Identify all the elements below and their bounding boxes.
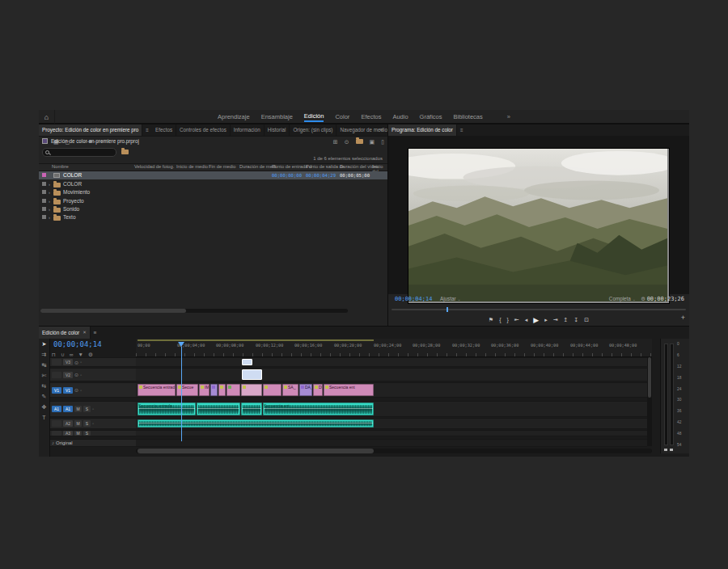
- track-target-a2[interactable]: A2: [63, 420, 73, 427]
- tab-historial[interactable]: Historial: [265, 124, 290, 136]
- tab-efectos[interactable]: Efectos: [152, 124, 176, 136]
- timeline-clip[interactable]: Secuencia entrada: [138, 384, 176, 396]
- track-target-a3[interactable]: A3: [63, 431, 73, 436]
- project-horizontal-scrollbar[interactable]: [40, 309, 348, 313]
- program-timecode[interactable]: 00;00;04;14: [395, 296, 432, 302]
- hand-tool[interactable]: ✥: [42, 404, 47, 411]
- timeline-clip[interactable]: DA_01: [299, 384, 312, 396]
- sequence-tab[interactable]: Edición de color ✕: [39, 327, 91, 339]
- track-lock-icon[interactable]: ◦: [80, 373, 82, 377]
- time-ruler[interactable]: 00;00 00;00;04;00 00;00;08;00 00;00;12;0…: [136, 339, 652, 357]
- column-nombre[interactable]: Nombre: [52, 164, 69, 169]
- row-name[interactable]: COLOR: [63, 171, 82, 179]
- selection-tool[interactable]: ➤: [42, 341, 47, 348]
- twirl-chevron-icon[interactable]: ›: [49, 188, 50, 196]
- source-patch-v2[interactable]: [52, 372, 61, 378]
- solo-button[interactable]: S: [83, 420, 91, 427]
- track-lane-a1[interactable]: Secuencia entrada Secuencia ent: [136, 401, 647, 417]
- master-track-lane[interactable]: [136, 439, 647, 447]
- column-fin-medio[interactable]: Fin de medio: [209, 164, 236, 169]
- scrubber-playhead[interactable]: [447, 307, 448, 312]
- zoom-level-dropdown[interactable]: Ajustar⌄: [440, 296, 461, 301]
- track-lane-v3[interactable]: [136, 357, 647, 367]
- tab-programa[interactable]: Programa: Edición de color: [388, 124, 457, 136]
- source-patch-v1[interactable]: V1: [52, 387, 61, 394]
- timeline-clip[interactable]: [210, 384, 218, 396]
- track-lane-v1[interactable]: Secuencia entrada Secue IMG_ SA_ DA_01 D…: [136, 382, 647, 398]
- track-target-v1[interactable]: V1: [63, 387, 73, 394]
- timeline-vertical-scrollbar[interactable]: [647, 357, 652, 446]
- close-icon[interactable]: ✕: [83, 327, 87, 339]
- twirl-chevron-icon[interactable]: ›: [49, 213, 50, 221]
- panel-menu-icon[interactable]: ≡: [457, 124, 467, 136]
- lift-button[interactable]: ↥: [564, 317, 569, 323]
- audio-clip[interactable]: Secuencia ent: [263, 403, 374, 415]
- audio-meters-panel[interactable]: 06 1218 2430 3642 4854: [660, 339, 689, 453]
- row-name[interactable]: Texto: [63, 213, 76, 221]
- find-icon[interactable]: ⊙: [345, 139, 349, 145]
- workspace-tab-graficos[interactable]: Gráficos: [420, 113, 442, 120]
- playhead-line[interactable]: [181, 347, 182, 441]
- source-patch-a3[interactable]: [52, 431, 61, 436]
- razor-tool[interactable]: ✄: [42, 373, 47, 379]
- timeline-clip[interactable]: [263, 384, 281, 396]
- timeline-clip[interactable]: [218, 384, 226, 396]
- search-input[interactable]: [42, 148, 116, 157]
- workspace-tab-aprendizaje[interactable]: Aprendizaje: [218, 113, 250, 120]
- project-tab-overflow-icon[interactable]: »: [376, 124, 386, 136]
- track-lock-icon[interactable]: ◦: [80, 388, 82, 393]
- track-header-a2[interactable]: A2 M S ◦: [50, 418, 136, 429]
- column-velocidad[interactable]: Velocidad de fotog.: [134, 164, 174, 169]
- twirl-chevron-icon[interactable]: ›: [49, 205, 50, 213]
- table-row-bin-sonido[interactable]: › Sonido: [39, 205, 387, 213]
- workspace-tab-edicion[interactable]: Edición: [304, 112, 324, 122]
- twirl-chevron-icon[interactable]: ›: [49, 180, 50, 188]
- tab-informacion[interactable]: Información: [231, 124, 265, 136]
- track-header-v3[interactable]: V3 ⊙ ◦: [50, 357, 136, 367]
- master-track-header[interactable]: ♪ Original: [50, 439, 136, 447]
- label-color-chip[interactable]: [42, 199, 46, 203]
- audio-clip[interactable]: Secuencia entrada: [138, 403, 196, 415]
- step-back-button[interactable]: ◂: [525, 317, 528, 323]
- settings-wrench-icon[interactable]: ⚙: [641, 296, 645, 301]
- mark-in-button[interactable]: {: [499, 317, 501, 322]
- timeline-clip[interactable]: SA_: [282, 384, 298, 396]
- track-header-v2[interactable]: V2 ⊙ ◦: [50, 368, 136, 381]
- audio-clip[interactable]: [241, 403, 262, 415]
- track-select-tool[interactable]: ⇉: [42, 352, 47, 358]
- audio-clip[interactable]: [138, 419, 374, 428]
- mute-button[interactable]: M: [74, 406, 82, 412]
- export-frame-button[interactable]: ⊡: [584, 317, 589, 323]
- track-target-v2[interactable]: V2: [63, 372, 73, 378]
- slip-tool[interactable]: ⇆: [42, 383, 47, 390]
- label-color-chip[interactable]: [42, 182, 46, 186]
- column-duracion-medio[interactable]: Duración de medi: [239, 164, 276, 169]
- workspace-tab-bibliotecas[interactable]: Bibliotecas: [454, 113, 483, 120]
- workspace-tab-audio[interactable]: Audio: [392, 113, 408, 120]
- source-patch-a2[interactable]: [52, 420, 61, 427]
- new-item-icon[interactable]: ▣: [370, 139, 375, 145]
- track-lane-v2[interactable]: [136, 368, 647, 381]
- type-tool[interactable]: T: [42, 415, 45, 420]
- track-target-v3[interactable]: V3: [63, 359, 73, 365]
- table-row-bin-movimiento[interactable]: › Movimiento: [39, 188, 387, 196]
- go-to-in-button[interactable]: ⇤: [514, 317, 519, 323]
- timeline-horizontal-scrollbar[interactable]: [136, 449, 652, 453]
- timeline-clip-selected[interactable]: [242, 359, 252, 365]
- timeline-clip[interactable]: [241, 384, 262, 396]
- timeline-clip[interactable]: [226, 384, 240, 396]
- timeline-clip[interactable]: DI: [313, 384, 323, 396]
- panel-menu-icon[interactable]: ≡: [91, 327, 100, 339]
- program-scrubber[interactable]: [392, 307, 686, 312]
- track-output-icon[interactable]: ⊙: [74, 387, 78, 393]
- table-row-bin-color[interactable]: › COLOR: [39, 180, 387, 188]
- timeline-clip[interactable]: Secue: [176, 384, 198, 396]
- track-header-v1[interactable]: V1 V1 ⊙ ◦: [50, 382, 136, 398]
- twirl-chevron-icon[interactable]: ›: [49, 197, 50, 205]
- mark-out-button[interactable]: }: [506, 317, 508, 322]
- table-row-bin-proyecto[interactable]: › Proyecto: [39, 197, 387, 205]
- ripple-edit-tool[interactable]: ↹: [42, 362, 47, 369]
- column-punto-salida[interactable]: Punto de salida de: [306, 164, 345, 169]
- workspace-tab-color[interactable]: Color: [335, 113, 349, 120]
- timeline-clip[interactable]: Secuencia ent: [324, 384, 374, 396]
